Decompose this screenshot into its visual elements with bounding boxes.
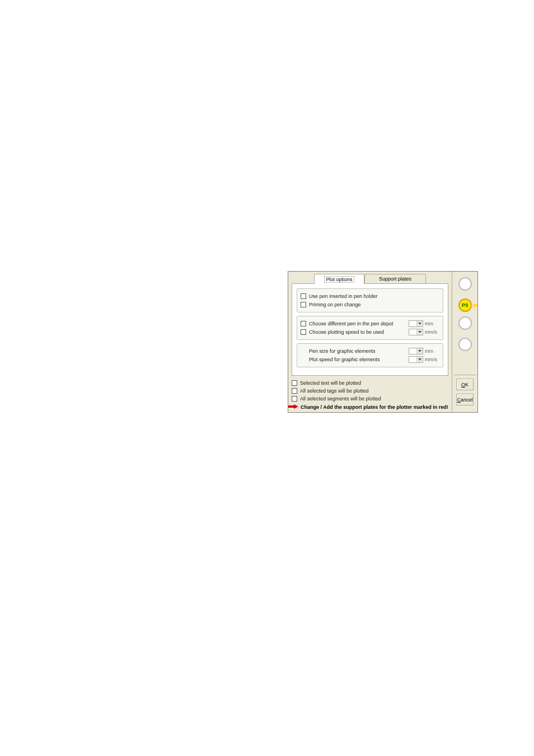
- svg-marker-0: [418, 323, 421, 325]
- group-pen-holder: Use pen inserted in pen holder Priming o…: [297, 288, 443, 312]
- ok-button[interactable]: OK: [456, 379, 473, 390]
- cancel-rest: ancel: [461, 397, 473, 403]
- checkbox-selected-text[interactable]: [292, 380, 297, 386]
- chevron-down-icon: [416, 329, 423, 335]
- group-graphic-elements: Pen size for graphic elements mm Plot sp…: [297, 343, 443, 367]
- pen-slot-1[interactable]: [458, 277, 472, 291]
- label-choose-speed: Choose plotting speed to be used: [309, 329, 409, 335]
- ok-rest: K: [465, 382, 469, 388]
- checkbox-selected-segments[interactable]: [292, 396, 297, 402]
- unit-mms-2: mm/s: [425, 357, 439, 362]
- label-selected-segments: All selected segments will be plotted: [300, 396, 448, 402]
- warning-row: Change / Add the support plates for the …: [288, 404, 448, 410]
- pen-slot-4[interactable]: [458, 338, 472, 351]
- arrow-right-icon: [288, 404, 298, 410]
- tab-strip: Plot options Support plates: [292, 274, 448, 284]
- label-use-pen-holder: Use pen inserted in pen holder: [309, 293, 439, 299]
- checkbox-priming[interactable]: [301, 302, 306, 307]
- svg-marker-3: [418, 358, 421, 361]
- ok-underline: O: [461, 382, 465, 388]
- tab-plot-options-label: Plot options: [324, 276, 354, 283]
- left-column: Plot options Support plates Use pen inse…: [288, 272, 452, 412]
- unit-mms-1: mm/s: [425, 329, 439, 335]
- plot-options-dialog: Plot options Support plates Use pen inse…: [288, 271, 478, 413]
- tab-support-plates-label: Support plates: [379, 276, 411, 282]
- dropdown-choose-speed[interactable]: [409, 329, 423, 335]
- checkbox-selected-tags[interactable]: [292, 388, 297, 394]
- group-pen-depot: Choose different pen in the pen depot mm…: [297, 316, 443, 340]
- warning-text: Change / Add the support plates for the …: [301, 404, 448, 410]
- checkbox-choose-speed[interactable]: [301, 329, 306, 335]
- cancel-button[interactable]: Cancel: [456, 394, 473, 405]
- dialog-buttons: OK Cancel: [454, 375, 475, 409]
- svg-marker-5: [294, 404, 298, 409]
- chevron-down-icon: [416, 357, 423, 362]
- dropdown-pen-size[interactable]: [409, 348, 423, 354]
- label-priming: Priming on pen change: [309, 302, 439, 307]
- dropdown-choose-pen[interactable]: [409, 320, 423, 327]
- chevron-down-icon: [416, 321, 423, 326]
- right-column: P3 0.35 OK Cancel: [452, 272, 477, 412]
- pen-p3-label: P3: [462, 302, 468, 308]
- checkbox-choose-pen[interactable]: [301, 321, 306, 326]
- tab-page-plot-options: Use pen inserted in pen holder Priming o…: [292, 283, 448, 376]
- group-selection: Selected text will be plotted All select…: [292, 379, 448, 402]
- unit-mm-2: mm: [425, 348, 439, 354]
- pen-p3-value: 0.35: [469, 303, 478, 308]
- svg-marker-1: [418, 331, 421, 333]
- checkbox-use-pen-holder[interactable]: [301, 293, 306, 299]
- label-selected-text: Selected text will be plotted: [300, 380, 448, 386]
- dropdown-plot-speed[interactable]: [409, 356, 423, 363]
- unit-mm-1: mm: [425, 321, 439, 326]
- tab-plot-options[interactable]: Plot options: [314, 274, 364, 284]
- label-pen-size: Pen size for graphic elements: [309, 348, 409, 354]
- label-selected-tags: All selected tags will be plotted: [300, 388, 448, 394]
- tab-support-plates[interactable]: Support plates: [364, 274, 426, 283]
- pen-slot-3[interactable]: [458, 316, 472, 330]
- chevron-down-icon: [416, 348, 423, 354]
- label-choose-pen: Choose different pen in the pen depot: [309, 321, 409, 326]
- label-plot-speed: Plot speed for graphic elements: [309, 357, 409, 362]
- svg-rect-4: [288, 405, 294, 408]
- svg-marker-2: [418, 350, 421, 352]
